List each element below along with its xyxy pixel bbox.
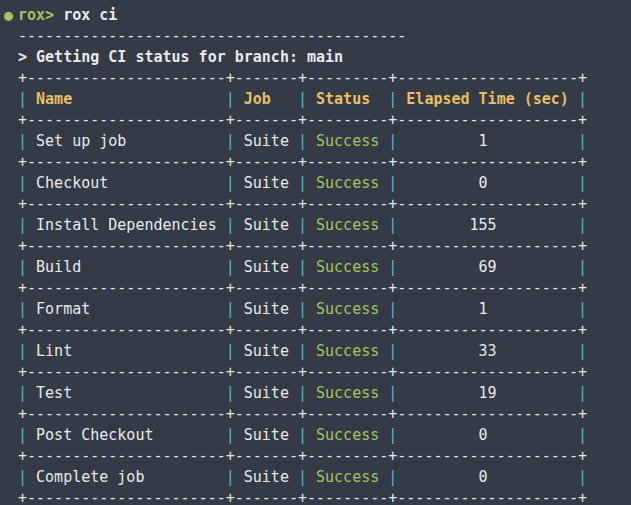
cell-job: Suite [235,258,298,276]
table-row: | Lint | Suite | Success | 33 | [18,341,631,362]
cell-elapsed: 0 [397,174,578,192]
column-separator: | [298,384,307,402]
header-job: Job [235,90,298,108]
column-separator: | [226,342,235,360]
cell-status: Success [307,468,388,486]
cell-status: Success [307,426,388,444]
column-separator: | [578,174,587,192]
column-separator: | [298,426,307,444]
table-border-line: +----------------------+-------+--------… [18,404,631,425]
cell-name: Checkout [27,174,226,192]
column-separator: | [388,300,397,318]
header-elapsed-time-sec: Elapsed Time (sec) [397,90,578,108]
cell-elapsed: 1 [397,132,578,150]
table-row: | Build | Suite | Success | 69 | [18,257,631,278]
header-status: Status [307,90,388,108]
table-row: | Checkout | Suite | Success | 0 | [18,173,631,194]
cell-name: Install Dependencies [27,216,226,234]
table-row: | Test | Suite | Success | 19 | [18,383,631,404]
table-border-line: +----------------------+-------+--------… [18,278,631,299]
prompt-label: rox> [18,6,54,24]
cell-name: Lint [27,342,226,360]
column-separator: | [578,258,587,276]
table-border-line: +----------------------+-------+--------… [18,362,631,383]
table-border-line: +----------------------+-------+--------… [18,194,631,215]
cell-job: Suite [235,426,298,444]
column-separator: | [298,132,307,150]
cell-elapsed: 155 [397,216,578,234]
cell-status: Success [307,174,388,192]
cell-elapsed: 0 [397,468,578,486]
column-separator: | [388,384,397,402]
table-row: | Complete job | Suite | Success | 0 | [18,467,631,488]
table-border-line: +----------------------+-------+--------… [18,488,631,505]
column-separator: | [388,426,397,444]
cell-status: Success [307,258,388,276]
column-separator: | [226,132,235,150]
column-separator: | [18,216,27,234]
cell-name: Build [27,258,226,276]
table-border-line: +----------------------+-------+--------… [18,236,631,257]
cell-name: Test [27,384,226,402]
cell-job: Suite [235,342,298,360]
table-row: | Post Checkout | Suite | Success | 0 | [18,425,631,446]
cell-name: Format [27,300,226,318]
column-separator: | [226,468,235,486]
column-separator: | [18,132,27,150]
cell-job: Suite [235,468,298,486]
column-separator: | [388,174,397,192]
column-separator: | [578,300,587,318]
cell-status: Success [307,384,388,402]
table-border-line: +----------------------+-------+--------… [18,110,631,131]
column-separator: | [388,216,397,234]
table-row: | Format | Suite | Success | 1 | [18,299,631,320]
column-separator: | [298,468,307,486]
column-separator: | [578,384,587,402]
column-separator: | [298,216,307,234]
table-border-line: +----------------------+-------+--------… [18,446,631,467]
cell-status: Success [307,132,388,150]
column-separator: | [388,90,397,108]
prompt-command: rox ci [63,6,117,24]
cell-elapsed: 33 [397,342,578,360]
column-separator: | [18,384,27,402]
cell-job: Suite [235,384,298,402]
prompt-line: ●rox> rox ci [18,5,631,26]
cell-elapsed: 69 [397,258,578,276]
cell-job: Suite [235,132,298,150]
column-separator: | [226,258,235,276]
column-separator: | [388,258,397,276]
column-separator: | [18,468,27,486]
column-separator: | [578,342,587,360]
column-separator: | [226,426,235,444]
column-separator: | [226,300,235,318]
table-border-line: +----------------------+-------+--------… [18,152,631,173]
column-separator: | [18,174,27,192]
column-separator: | [18,258,27,276]
column-separator: | [18,342,27,360]
prompt-bullet-icon: ● [4,5,13,26]
table-border-line: +----------------------+-------+--------… [18,320,631,341]
cell-status: Success [307,216,388,234]
prompt-spacer [54,6,63,24]
column-separator: | [226,90,235,108]
terminal-window: ●rox> rox ci ---------------------------… [0,0,631,505]
column-separator: | [578,216,587,234]
column-separator: | [388,342,397,360]
cell-name: Post Checkout [27,426,226,444]
table-row: | Install Dependencies | Suite | Success… [18,215,631,236]
status-message: > Getting CI status for branch: main [18,47,631,68]
column-separator: | [226,174,235,192]
column-separator: | [298,258,307,276]
cell-name: Set up job [27,132,226,150]
cell-elapsed: 1 [397,300,578,318]
cell-elapsed: 19 [397,384,578,402]
cell-job: Suite [235,216,298,234]
header-name: Name [27,90,226,108]
column-separator: | [388,468,397,486]
column-separator: | [18,300,27,318]
column-separator: | [298,90,307,108]
column-separator: | [18,90,27,108]
column-separator: | [578,132,587,150]
table-header-row: | Name | Job | Status | Elapsed Time (se… [18,89,631,110]
